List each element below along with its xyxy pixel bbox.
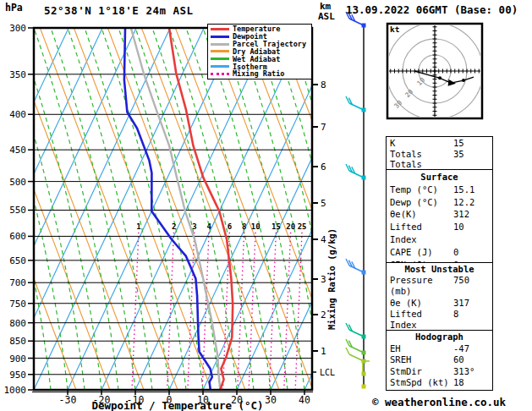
pressure-tick-label: 500	[9, 177, 26, 188]
stats-value: 18	[453, 377, 489, 389]
mixing-ratio-label: 1	[136, 222, 140, 231]
legend-label: Wet Adiabat	[233, 56, 280, 63]
legend-swatch	[211, 43, 229, 46]
pressure-tick-label: 700	[9, 277, 26, 288]
stats-value: 317	[453, 298, 489, 309]
legend-label: Mixing Ratio	[233, 70, 284, 77]
sounding-chart: 1234681015202530035040045050055060065070…	[0, 0, 532, 411]
stats-value: 35	[453, 149, 489, 170]
legend-item: Isotherm	[211, 63, 309, 70]
stats-value: 12.2	[453, 196, 489, 209]
pressure-tick-label: 350	[9, 69, 26, 80]
stats-value: 10	[453, 221, 489, 246]
stats-row: SREH60	[390, 354, 489, 366]
stats-label: CAPE (J)	[390, 246, 453, 259]
stats-header: Most Unstable	[390, 264, 489, 275]
stats-label: Totals Totals	[390, 149, 453, 170]
stats-value: 0	[453, 246, 489, 259]
legend-swatch	[211, 50, 229, 52]
hodograph-dot	[438, 76, 442, 79]
pressure-tick-label: 450	[9, 145, 26, 156]
stats-row: θe(K)312	[390, 208, 489, 221]
temp-axis-title: Dewpoint / Temperature (°C)	[17, 399, 338, 411]
wet-adiabat-line	[304, 28, 389, 390]
legend-label: Temperature	[233, 25, 280, 32]
hodograph-dot	[462, 79, 465, 82]
datetime-title: 13.09.2022 06GMT (Base: 00)	[346, 3, 518, 16]
wet-adiabat-line	[169, 28, 254, 390]
wet-adiabat-line	[288, 28, 372, 390]
stats-label: Lifted Index	[390, 221, 453, 246]
mixing-ratio-label: 10	[251, 222, 261, 231]
stats-header: Hodograph	[390, 332, 489, 343]
legend-swatch	[211, 73, 229, 75]
pressure-tick-label: 600	[9, 231, 26, 242]
pressure-tick-label: 750	[9, 299, 26, 310]
stats-label: Temp (°C)	[390, 184, 453, 196]
stats-value: 15	[453, 138, 489, 149]
pressure-tick-label: 1000	[4, 385, 27, 396]
wet-adiabat-line	[101, 28, 186, 390]
stats-row: Pressure (mb)750	[390, 275, 489, 297]
stats-label: StmSpd (kt)	[390, 377, 453, 389]
pressure-tick-label: 550	[9, 205, 26, 216]
legend-label: Isotherm	[233, 63, 267, 70]
stats-value: 312	[453, 208, 489, 221]
stats-label: SREH	[390, 354, 453, 366]
isotherm-line	[169, 28, 339, 390]
legend-label: Dewpoint	[233, 33, 267, 40]
mixing-ratio-label: 25	[298, 222, 307, 231]
altitude-tick-label: 5	[321, 198, 326, 209]
credit-footer: © weatheronline.co.uk	[372, 396, 506, 408]
pressure-axis-unit: hPa	[5, 2, 23, 14]
stats-row: θe (K)317	[390, 298, 489, 309]
altitude-tick-label: 2	[321, 310, 326, 321]
stats-header: Surface	[390, 171, 489, 184]
altitude-tick-label: 3	[321, 274, 326, 285]
legend: TemperatureDewpointParcel TrajectoryDry …	[207, 24, 312, 79]
altitude-tick-label: 4	[321, 234, 326, 245]
legend-item: Dry Adiabat	[211, 48, 309, 55]
stats-label: θe(K)	[390, 208, 453, 221]
pressure-tick-label: 650	[9, 255, 26, 266]
stats-row: Dewp (°C)12.2	[390, 196, 489, 209]
pressure-tick-label: 850	[9, 336, 26, 347]
stats-row: Lifted Index8	[390, 309, 489, 331]
legend-swatch	[211, 58, 229, 60]
mixing-ratio-line	[249, 230, 255, 390]
stats-label: θe (K)	[390, 298, 453, 309]
wind-barb	[346, 96, 366, 112]
legend-label: Parcel Trajectory	[233, 41, 306, 47]
legend-label: Dry Adiabat	[233, 48, 280, 55]
mixing-ratio-line	[188, 230, 195, 390]
altitude-tick-label: 8	[321, 79, 326, 90]
pressure-tick-label: 400	[9, 109, 26, 120]
mixing-ratio-label: 4	[206, 222, 211, 231]
altitude-axis-unit-asl: ASL	[318, 11, 335, 22]
wet-adiabat-line	[68, 28, 152, 390]
legend-item: Wet Adiabat	[211, 56, 309, 63]
altitude-tick-label: 6	[321, 162, 326, 173]
stats-label: StmDir	[390, 366, 453, 378]
wet-adiabat-line	[237, 28, 321, 390]
stats-row: Totals Totals35	[390, 149, 489, 170]
wet-adiabat-line	[34, 28, 118, 390]
mixing-ratio-label: 2	[172, 222, 176, 231]
stats-value: 313°	[453, 366, 489, 378]
altitude-tick-label: 7	[321, 122, 326, 133]
stats-row: Lifted Index10	[390, 221, 489, 246]
legend-swatch	[211, 65, 229, 68]
legend-swatch	[211, 36, 229, 38]
stats-label: Dewp (°C)	[390, 196, 453, 209]
wind-barb	[346, 323, 366, 339]
mixing-ratio-label: 6	[228, 222, 232, 231]
stats-value: 15.1	[453, 184, 489, 196]
pressure-tick-label: 900	[9, 353, 26, 364]
stats-label: K	[390, 138, 453, 149]
altitude-tick-label: 1	[321, 346, 326, 357]
legend-item: Temperature	[211, 25, 309, 32]
stats-row: StmDir313°	[390, 366, 489, 378]
stats-box: HodographEH-47SREH60StmDir313°StmSpd (kt…	[386, 330, 493, 391]
wind-barb	[346, 164, 366, 180]
stats-row: CAPE (J)0	[390, 246, 489, 259]
